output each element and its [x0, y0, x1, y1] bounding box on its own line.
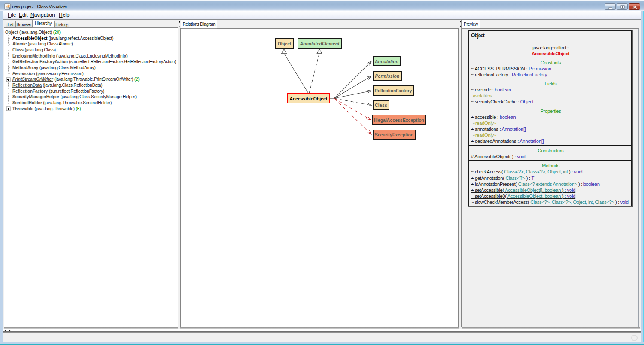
svg-text:AccessibleObject: AccessibleObject — [290, 96, 328, 101]
svg-text:Annotation: Annotation — [374, 59, 398, 64]
svg-text:SecurityException: SecurityException — [375, 132, 413, 137]
svg-text:ReflectionFactory: ReflectionFactory — [375, 88, 413, 93]
svg-text:Permission: Permission — [375, 73, 400, 79]
svg-text:Object: Object — [278, 41, 291, 46]
svg-text:Class: Class — [375, 103, 387, 108]
svg-text:AnnotatedElement: AnnotatedElement — [300, 41, 340, 46]
svg-text:IllegalAccessException: IllegalAccessException — [374, 118, 424, 123]
